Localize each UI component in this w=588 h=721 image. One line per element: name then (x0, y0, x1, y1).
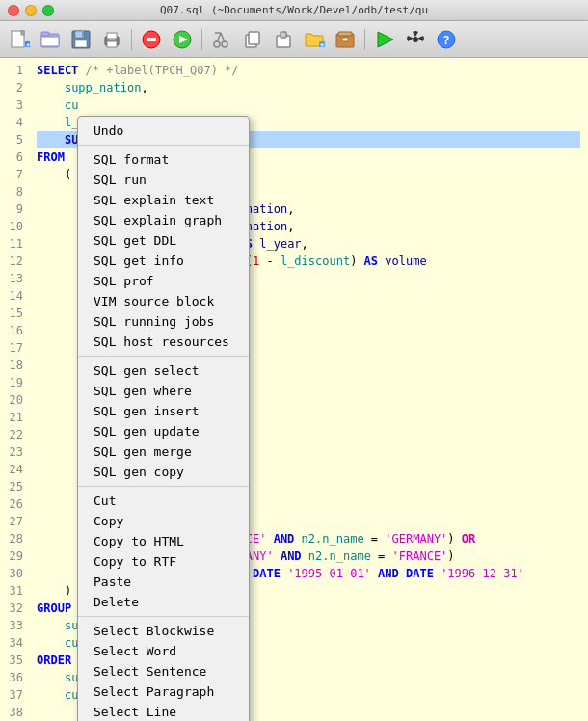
svg-rect-6 (41, 37, 59, 46)
svg-rect-27 (281, 32, 286, 38)
svg-rect-12 (107, 33, 117, 39)
copy-button[interactable] (239, 26, 266, 53)
svg-line-21 (217, 33, 221, 42)
paste-button[interactable] (270, 26, 297, 53)
separator-3 (364, 29, 365, 50)
menu-sql-gen-merge[interactable]: SQL gen merge (78, 441, 249, 462)
context-menu: Undo SQL format SQL run SQL explain text… (77, 116, 250, 721)
radiation-button[interactable] (402, 26, 429, 53)
close-button[interactable] (8, 5, 19, 16)
code-line-3: cu (37, 96, 580, 114)
svg-rect-14 (109, 39, 115, 40)
svg-rect-13 (107, 41, 117, 47)
menu-sql-explain-graph[interactable]: SQL explain graph (78, 210, 249, 230)
play-button[interactable] (371, 26, 398, 53)
toolbar: + (0, 21, 588, 58)
menu-sql-explain-text[interactable]: SQL explain text (78, 190, 249, 210)
svg-text:+: + (320, 41, 324, 49)
menu-sql-running-jobs[interactable]: SQL running jobs (78, 311, 249, 332)
svg-rect-25 (249, 32, 259, 44)
svg-text:?: ? (442, 33, 450, 47)
menu-delete[interactable]: Delete (78, 592, 249, 612)
menu-sql-gen-where[interactable]: SQL gen where (78, 381, 249, 401)
menu-sql-get-info[interactable]: SQL get info (78, 251, 249, 271)
cut-button[interactable] (208, 26, 235, 53)
new-doc-button[interactable]: + (6, 26, 33, 53)
menu-copy-rtf[interactable]: Copy to RTF (78, 551, 249, 572)
menu-copy-html[interactable]: Copy to HTML (78, 531, 249, 551)
help-button[interactable]: ? (433, 26, 460, 53)
menu-sql-gen-insert[interactable]: SQL gen insert (78, 401, 249, 421)
menu-vim-source-block[interactable]: VIM source block (78, 291, 249, 311)
svg-marker-33 (378, 32, 393, 47)
print-button[interactable] (98, 26, 125, 53)
svg-rect-31 (338, 32, 352, 36)
svg-line-22 (221, 33, 225, 42)
menu-sql-get-ddl[interactable]: SQL get DDL (78, 230, 249, 251)
line-numbers: 1 2 3 4 5 6 7 8 9 10 11 12 13 14 15 16 1… (0, 58, 29, 721)
editor: 1 2 3 4 5 6 7 8 9 10 11 12 13 14 15 16 1… (0, 58, 588, 721)
menu-sql-prof[interactable]: SQL prof (78, 271, 249, 291)
menu-select-line[interactable]: Select Line (78, 702, 249, 721)
svg-rect-10 (82, 32, 84, 37)
separator-1 (131, 29, 132, 50)
menu-sql-format[interactable]: SQL format (78, 149, 249, 170)
svg-point-34 (413, 37, 418, 42)
menu-sql-gen-select[interactable]: SQL gen select (78, 360, 249, 381)
menu-sep-2 (78, 356, 249, 357)
menu-undo[interactable]: Undo (78, 120, 249, 141)
menu-sql-host-resources[interactable]: SQL host resources (78, 332, 249, 352)
menu-select-word[interactable]: Select Word (78, 641, 249, 661)
svg-rect-16 (147, 38, 156, 41)
svg-text:+: + (26, 41, 30, 49)
menu-sql-gen-update[interactable]: SQL gen update (78, 421, 249, 441)
code-line-2: supp_nation, (37, 79, 580, 96)
menu-sql-gen-copy[interactable]: SQL gen copy (78, 462, 249, 482)
titlebar: Q07.sql (~Documents/Work/Devel/odb/test/… (0, 0, 588, 21)
menu-cut[interactable]: Cut (78, 491, 249, 511)
window-title: Q07.sql (~Documents/Work/Devel/odb/test/… (160, 4, 428, 16)
menu-paste[interactable]: Paste (78, 572, 249, 592)
traffic-lights (8, 5, 54, 16)
menu-sep-3 (78, 486, 249, 487)
new-folder-button[interactable]: + (301, 26, 328, 53)
svg-rect-32 (342, 38, 348, 41)
menu-sql-run[interactable]: SQL run (78, 170, 249, 190)
menu-copy[interactable]: Copy (78, 511, 249, 531)
code-line-1: SELECT /* +label(TPCH_Q07) */ (37, 62, 580, 79)
menu-select-paragraph[interactable]: Select Paragraph (78, 681, 249, 702)
svg-rect-9 (75, 40, 87, 47)
save-button[interactable] (67, 26, 94, 53)
menu-sep-1 (78, 145, 249, 146)
stop-button[interactable] (138, 26, 165, 53)
svg-rect-5 (41, 32, 49, 36)
open-button[interactable] (37, 26, 64, 53)
menu-sep-4 (78, 616, 249, 617)
archive-button[interactable] (332, 26, 359, 53)
separator-2 (201, 29, 202, 50)
minimize-button[interactable] (25, 5, 37, 16)
menu-select-blockwise[interactable]: Select Blockwise (78, 621, 249, 641)
run-button[interactable] (169, 26, 196, 53)
menu-select-sentence[interactable]: Select Sentence (78, 661, 249, 681)
maximize-button[interactable] (42, 5, 54, 16)
